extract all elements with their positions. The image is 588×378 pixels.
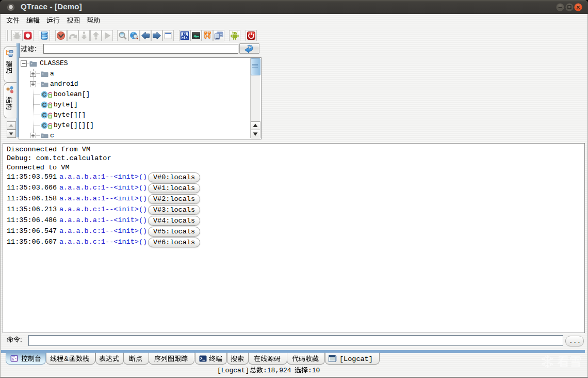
svg-text:C: C bbox=[42, 112, 46, 118]
svg-text:C: C bbox=[42, 91, 46, 98]
svg-text:C: C bbox=[42, 122, 46, 129]
svg-text:C: C bbox=[42, 102, 46, 108]
